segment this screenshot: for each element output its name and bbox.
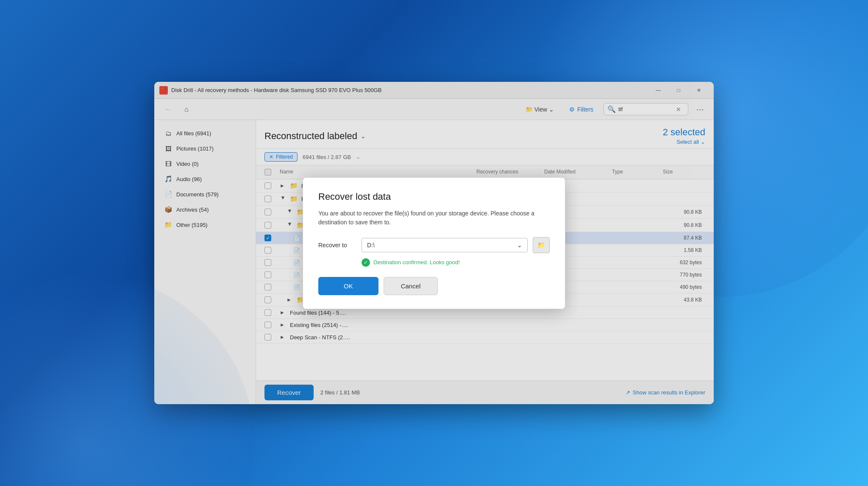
modal-title: Recover lost data: [318, 191, 550, 202]
modal-overlay: Recover lost data You are about to recov…: [154, 82, 714, 404]
dropdown-chevron-icon: ⌄: [517, 242, 522, 249]
destination-dropdown[interactable]: D:\ ⌄: [362, 238, 528, 252]
confirm-check-icon: ✓: [362, 258, 370, 267]
confirm-row: ✓ Destination confirmed. Looks good!: [318, 258, 550, 267]
modal-description: You are about to recover the file(s) fou…: [318, 209, 550, 227]
confirm-text: Destination confirmed. Looks good!: [373, 259, 460, 265]
modal-ok-button[interactable]: OK: [318, 277, 378, 295]
modal-buttons: OK Cancel: [318, 277, 550, 295]
folder-browse-icon: 📁: [537, 241, 545, 249]
destination-value: D:\: [367, 242, 375, 249]
recover-dialog: Recover lost data You are about to recov…: [303, 177, 565, 309]
recover-to-label: Recover to: [318, 242, 356, 249]
modal-cancel-button[interactable]: Cancel: [384, 277, 438, 295]
recover-to-row: Recover to D:\ ⌄ 📁: [318, 237, 550, 253]
browse-button[interactable]: 📁: [533, 237, 550, 253]
app-window: 🔴 Disk Drill - All recovery methods - Ha…: [154, 82, 714, 404]
